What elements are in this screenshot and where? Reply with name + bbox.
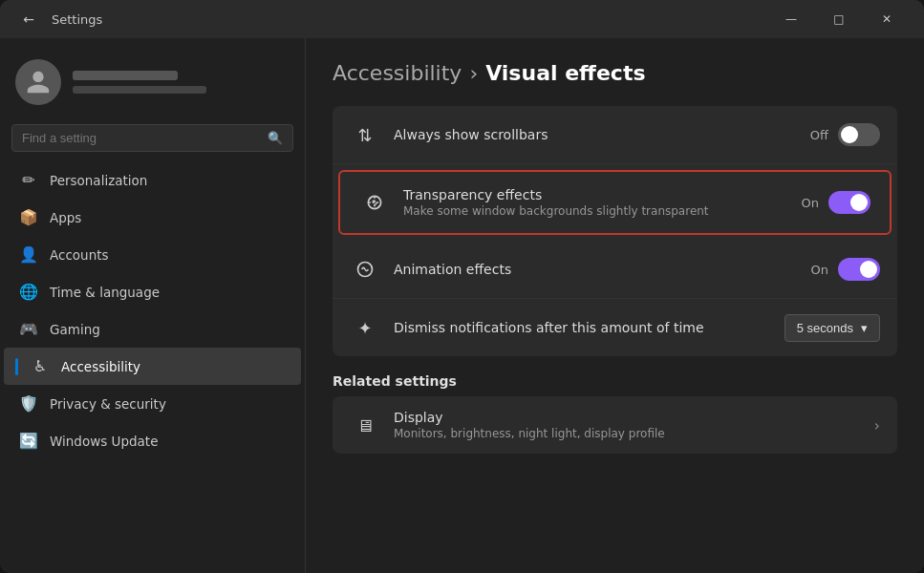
sidebar-item-label: Accessibility	[61, 359, 140, 374]
sidebar-item-privacy-security[interactable]: 🛡️ Privacy & security	[4, 385, 301, 422]
accessibility-icon: ♿	[31, 357, 50, 375]
sidebar-item-gaming[interactable]: 🎮 Gaming	[4, 310, 301, 348]
transparency-toggle[interactable]	[828, 191, 870, 214]
breadcrumb-parent[interactable]: Accessibility	[333, 61, 462, 85]
window-title: Settings	[52, 12, 102, 27]
transparency-text: Transparency effects Make some window ba…	[403, 187, 802, 218]
dismiss-notifications-icon: ✦	[350, 312, 380, 343]
display-icon: 🖥	[350, 410, 380, 440]
animation-icon	[350, 254, 380, 285]
active-indicator	[15, 358, 18, 375]
transparency-status: On	[802, 196, 819, 210]
user-info	[73, 71, 290, 94]
close-button[interactable]: ✕	[865, 4, 909, 34]
display-related-item[interactable]: 🖥 Display Monitors, brightness, night li…	[333, 396, 897, 454]
user-name-blur	[73, 71, 178, 80]
scrollbars-icon: ⇅	[350, 119, 380, 150]
user-profile[interactable]	[0, 48, 305, 120]
dismiss-notifications-control: 5 seconds ▾	[784, 314, 880, 342]
transparency-toggle-thumb	[850, 194, 868, 211]
dropdown-chevron-icon: ▾	[861, 321, 868, 335]
search-icon: 🔍	[268, 131, 283, 145]
windows-update-icon: 🔄	[19, 432, 38, 450]
animation-label: Animation effects	[394, 262, 811, 277]
scrollbars-toggle-thumb	[841, 126, 858, 143]
dismiss-notifications-dropdown[interactable]: 5 seconds ▾	[784, 314, 880, 342]
sidebar-item-label: Gaming	[50, 322, 100, 337]
search-box[interactable]: 🔍	[11, 124, 293, 152]
display-chevron-icon: ›	[874, 416, 880, 435]
main-content: 🔍 ✏️ Personalization 📦 Apps 👤 Accounts 🌐	[0, 38, 924, 573]
sidebar-item-time-language[interactable]: 🌐 Time & language	[4, 273, 301, 310]
settings-window: ← Settings — □ ✕	[0, 0, 924, 573]
dismiss-notifications-label: Dismiss notifications after this amount …	[394, 320, 784, 335]
sidebar-item-personalization[interactable]: ✏️ Personalization	[4, 161, 301, 199]
back-button[interactable]: ←	[15, 6, 42, 32]
animation-control: On	[811, 258, 880, 281]
transparency-sublabel: Make some window backgrounds slightly tr…	[403, 204, 802, 218]
sidebar-item-accounts[interactable]: 👤 Accounts	[4, 236, 301, 273]
scrollbars-control: Off	[810, 123, 880, 146]
animation-toggle-thumb	[860, 261, 877, 278]
maximize-button[interactable]: □	[817, 4, 861, 34]
avatar	[15, 59, 61, 105]
time-language-icon: 🌐	[19, 283, 38, 301]
scrollbars-label: Always show scrollbars	[394, 127, 810, 142]
transparency-icon	[359, 187, 390, 218]
dropdown-value: 5 seconds	[797, 321, 853, 335]
title-bar: ← Settings — □ ✕	[0, 0, 924, 38]
page-title: Visual effects	[485, 61, 645, 85]
content-area: Accessibility › Visual effects ⇅ Always …	[306, 38, 924, 573]
search-input[interactable]	[22, 131, 260, 145]
sidebar-item-apps[interactable]: 📦 Apps	[4, 199, 301, 236]
accounts-icon: 👤	[19, 245, 38, 264]
sidebar-item-label: Time & language	[50, 285, 160, 300]
transparency-control: On	[802, 191, 870, 214]
gaming-icon: 🎮	[19, 320, 38, 338]
privacy-security-icon: 🛡️	[19, 394, 38, 413]
sidebar-item-label: Personalization	[50, 173, 147, 188]
settings-card: ⇅ Always show scrollbars Off	[333, 106, 897, 356]
user-email-blur	[73, 86, 206, 94]
display-text: Display Monitors, brightness, night ligh…	[394, 410, 874, 440]
sidebar-item-label: Windows Update	[50, 434, 158, 449]
personalization-icon: ✏️	[19, 171, 38, 189]
title-bar-left: ← Settings	[15, 6, 769, 32]
related-settings-title: Related settings	[333, 373, 897, 389]
apps-icon: 📦	[19, 208, 38, 226]
display-label: Display	[394, 410, 874, 425]
title-bar-controls: — □ ✕	[769, 4, 909, 34]
scrollbars-text: Always show scrollbars	[394, 127, 810, 142]
page-header: Accessibility › Visual effects	[333, 61, 897, 85]
sidebar: 🔍 ✏️ Personalization 📦 Apps 👤 Accounts 🌐	[0, 38, 306, 573]
sidebar-item-accessibility[interactable]: ♿ Accessibility	[4, 348, 301, 385]
scrollbars-status: Off	[810, 128, 828, 142]
dismiss-notifications-text: Dismiss notifications after this amount …	[394, 320, 784, 335]
animation-status: On	[811, 263, 828, 277]
transparency-row[interactable]: Transparency effects Make some window ba…	[342, 174, 888, 231]
nav-list: ✏️ Personalization 📦 Apps 👤 Accounts 🌐 T…	[0, 161, 305, 459]
transparency-label: Transparency effects	[403, 187, 802, 202]
sidebar-item-label: Privacy & security	[50, 396, 166, 412]
transparency-highlight-border: Transparency effects Make some window ba…	[338, 170, 892, 235]
display-sublabel: Monitors, brightness, night light, displ…	[394, 427, 874, 440]
sidebar-item-label: Apps	[50, 210, 81, 225]
animation-row[interactable]: Animation effects On	[333, 241, 897, 299]
minimize-button[interactable]: —	[769, 4, 813, 34]
animation-toggle[interactable]	[838, 258, 880, 281]
scrollbars-row[interactable]: ⇅ Always show scrollbars Off	[333, 106, 897, 164]
breadcrumb-separator: ›	[469, 61, 478, 85]
sidebar-item-windows-update[interactable]: 🔄 Windows Update	[4, 422, 301, 459]
animation-text: Animation effects	[394, 262, 811, 277]
sidebar-item-label: Accounts	[50, 247, 109, 263]
scrollbars-toggle[interactable]	[838, 123, 880, 146]
dismiss-notifications-row[interactable]: ✦ Dismiss notifications after this amoun…	[333, 299, 897, 356]
